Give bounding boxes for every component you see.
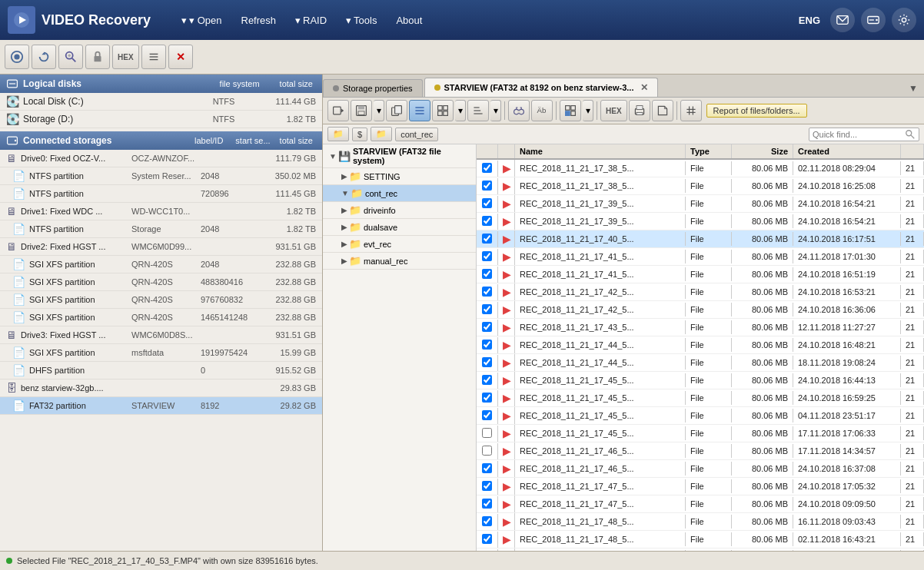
table-row[interactable]: ▶ REC_2018_11_21_17_40_5... File 80.06 M… (477, 230, 924, 248)
ft-binoculars-btn[interactable] (508, 100, 530, 121)
table-row[interactable]: ▶ REC_2018_11_21_17_38_5... File 80.06 M… (477, 160, 924, 177)
tree-root[interactable]: ▼ 💾 STARVIEW (FAT32 file system) (323, 144, 476, 168)
toolbar-scan-btn[interactable] (58, 45, 83, 69)
toolbar-open-btn[interactable] (5, 45, 29, 69)
table-row[interactable]: ▶ REC_2018_11_21_17_43_5... File 80.06 M… (477, 319, 924, 336)
benz-starview[interactable]: 🗄 benz starview-32gb.... 29.83 GB (0, 379, 322, 397)
table-row[interactable]: ▶ REC_2018_11_21_17_41_5... File 80.06 M… (477, 266, 924, 283)
tree-folder-setting[interactable]: ▶ 📁 SETTING (323, 168, 476, 185)
report-btn[interactable]: Report of files/folders... (706, 104, 807, 118)
ft-grid-dropdown[interactable]: ▾ (455, 100, 466, 121)
table-row[interactable]: ▶ REC_2018_11_21_17_44_5... File 80.06 M… (477, 336, 924, 354)
breadcrumb-folder2-btn[interactable]: 📁 (371, 127, 392, 141)
toolbar-close-btn[interactable]: ✕ (168, 45, 193, 69)
tab-storage-properties[interactable]: Storage properties (323, 79, 423, 97)
toolbar-list-btn[interactable] (141, 45, 166, 69)
ft-find-btn[interactable]: Äb (531, 100, 553, 121)
table-row[interactable]: ▶ REC_2018_11_21_17_47_5... File 80.06 M… (477, 478, 924, 495)
col-type-header[interactable]: Type (686, 144, 732, 158)
fat32-partition[interactable]: 📄 FAT32 partition STARVIEW 8192 29.82 GB (0, 397, 322, 415)
table-row[interactable]: ▶ REC_2018_11_21_17_42_5... File 80.06 M… (477, 301, 924, 319)
table-row[interactable]: ▶ REC_2018_11_21_17_38_5... File 80.06 M… (477, 177, 924, 195)
ft-list-btn[interactable] (409, 100, 430, 121)
table-row[interactable]: ▶ REC_2018_11_21_17_50_0... File 80.06 M… (477, 548, 924, 551)
drive3-part2[interactable]: 📄 DHFS partition 0 915.52 GB (0, 362, 322, 379)
ft-copy-btn[interactable] (386, 100, 407, 121)
menu-about[interactable]: About (388, 10, 430, 31)
drive2[interactable]: 🖥 Drive2: Fixed HGST ... WMC6M0D99... 93… (0, 238, 322, 256)
drive2-part3[interactable]: 📄 SGI XFS partition QRN-420S 976760832 2… (0, 291, 322, 309)
drive0-part1[interactable]: 📄 NTFS partition System Reser... 2048 35… (0, 167, 322, 185)
table-row[interactable]: ▶ REC_2018_11_21_17_48_5... File 80.06 M… (477, 513, 924, 531)
drive3[interactable]: 🖥 Drive3: Fixed HGST ... WMC6M0D8S... 93… (0, 326, 322, 344)
tree-folder-manual-rec[interactable]: ▶ 📁 manual_rec (323, 253, 476, 270)
breadcrumb-cont-rec[interactable]: cont_rec (395, 128, 438, 141)
drive2-part4[interactable]: 📄 SGI XFS partition QRN-420S 1465141248 … (0, 309, 322, 326)
col-created-header[interactable]: Created (793, 144, 901, 158)
table-row[interactable]: ▶ REC_2018_11_21_17_41_5... File 80.06 M… (477, 248, 924, 266)
table-row[interactable]: ▶ REC_2018_11_21_17_46_5... File 80.06 M… (477, 442, 924, 460)
breadcrumb-folder-btn[interactable]: 📁 (327, 127, 349, 141)
tree-folder-cont-rec[interactable]: ▼ 📁 cont_rec (323, 185, 476, 202)
settings-icon-btn[interactable] (892, 8, 916, 32)
toolbar-refresh-btn[interactable] (32, 45, 56, 69)
ft-mark-dropdown[interactable]: ▾ (583, 100, 593, 121)
table-row[interactable]: ▶ REC_2018_11_21_17_45_5... File 80.06 M… (477, 407, 924, 425)
toolbar-lock-btn[interactable] (85, 45, 110, 69)
table-row[interactable]: ▶ REC_2018_11_21_17_47_5... File 80.06 M… (477, 495, 924, 513)
ft-mark-arrow[interactable]: ▾ (583, 100, 593, 121)
table-row[interactable]: ▶ REC_2018_11_21_17_39_5... File 80.06 M… (477, 213, 924, 230)
table-row[interactable]: ▶ REC_2018_11_21_17_45_5... File 80.06 M… (477, 425, 924, 442)
ft-save-btn[interactable] (351, 100, 372, 121)
drive0[interactable]: 🖥 Drive0: Fixed OCZ-V... OCZ-AWNZOF... 1… (0, 150, 322, 167)
toolbar-hex-btn[interactable]: HEX (112, 45, 139, 69)
ft-print-btn[interactable] (629, 100, 650, 121)
table-row[interactable]: ▶ REC_2018_11_21_17_45_5... File 80.06 M… (477, 389, 924, 407)
col-name-header[interactable]: Name (515, 144, 686, 158)
table-row[interactable]: ▶ REC_2018_11_21_17_44_5... File 80.06 M… (477, 354, 924, 372)
row-check[interactable] (477, 161, 498, 177)
ft-mark-btn[interactable] (560, 100, 581, 121)
tab-starview[interactable]: STARVIEW (FAT32 at 8192 on benz starview… (424, 78, 659, 97)
language-selector[interactable]: ENG (799, 15, 820, 26)
drive3-part1[interactable]: 📄 SGI XFS partition msftdata 1919975424 … (0, 344, 322, 362)
messages-icon-btn[interactable] (830, 8, 855, 32)
ft-save-arrow[interactable]: ▾ (374, 100, 384, 121)
ft-grid-arrow[interactable]: ▾ (455, 100, 466, 121)
tree-folder-driveinfo[interactable]: ▶ 📁 driveinfo (323, 202, 476, 219)
breadcrumb-dollar-btn[interactable]: $ (352, 128, 367, 141)
ft-sort-arrow[interactable]: ▾ (490, 100, 501, 121)
tab-label-1: Storage properties (343, 84, 413, 93)
tabs-dropdown-btn[interactable]: ▼ (902, 80, 924, 97)
ft-save2-btn[interactable] (652, 100, 673, 121)
ft-hash-btn[interactable] (680, 100, 702, 121)
logical-disk-c[interactable]: 💽 Local Disk (C:) NTFS 111.44 GB (0, 93, 322, 111)
drive2-part1[interactable]: 📄 SGI XFS partition QRN-420S 2048 232.88… (0, 256, 322, 273)
quick-find-input[interactable] (813, 130, 905, 139)
ft-hex-btn[interactable]: HEX (600, 100, 627, 121)
ft-video-btn[interactable] (327, 100, 349, 121)
menu-open[interactable]: ▾ ▾ Open (174, 10, 229, 31)
ft-sort-dropdown[interactable]: ▾ (490, 100, 501, 121)
drive1-part1[interactable]: 📄 NTFS partition Storage 2048 1.82 TB (0, 220, 322, 238)
col-size-header[interactable]: Size (732, 144, 793, 158)
drive1[interactable]: 🖥 Drive1: Fixed WDC ... WD-WCC1T0... 1.8… (0, 203, 322, 220)
menu-raid[interactable]: ▾ RAID (288, 10, 334, 31)
menu-refresh[interactable]: Refresh (234, 10, 284, 31)
table-row[interactable]: ▶ REC_2018_11_21_17_42_5... File 80.06 M… (477, 283, 924, 301)
table-row[interactable]: ▶ REC_2018_11_21_17_48_5... File 80.06 M… (477, 531, 924, 548)
table-row[interactable]: ▶ REC_2018_11_21_17_45_5... File 80.06 M… (477, 372, 924, 389)
table-row[interactable]: ▶ REC_2018_11_21_17_46_5... File 80.06 M… (477, 460, 924, 478)
tree-folder-evt-rec[interactable]: ▶ 📁 evt_rec (323, 236, 476, 253)
tree-folder-dualsave[interactable]: ▶ 📁 dualsave (323, 219, 476, 236)
ft-save-dropdown[interactable]: ▾ (374, 100, 384, 121)
tab-close-btn[interactable]: ✕ (640, 82, 648, 93)
ft-grid-btn[interactable] (432, 100, 454, 121)
drive2-part2[interactable]: 📄 SGI XFS partition QRN-420S 488380416 2… (0, 273, 322, 291)
drive0-part2[interactable]: 📄 NTFS partition 720896 111.45 GB (0, 185, 322, 203)
ft-sort-btn[interactable] (467, 100, 489, 121)
logical-disk-d[interactable]: 💽 Storage (D:) NTFS 1.82 TB (0, 111, 322, 128)
table-row[interactable]: ▶ REC_2018_11_21_17_39_5... File 80.06 M… (477, 195, 924, 213)
menu-tools[interactable]: ▾ Tools (338, 10, 384, 31)
drive-icon-btn[interactable] (861, 8, 886, 32)
